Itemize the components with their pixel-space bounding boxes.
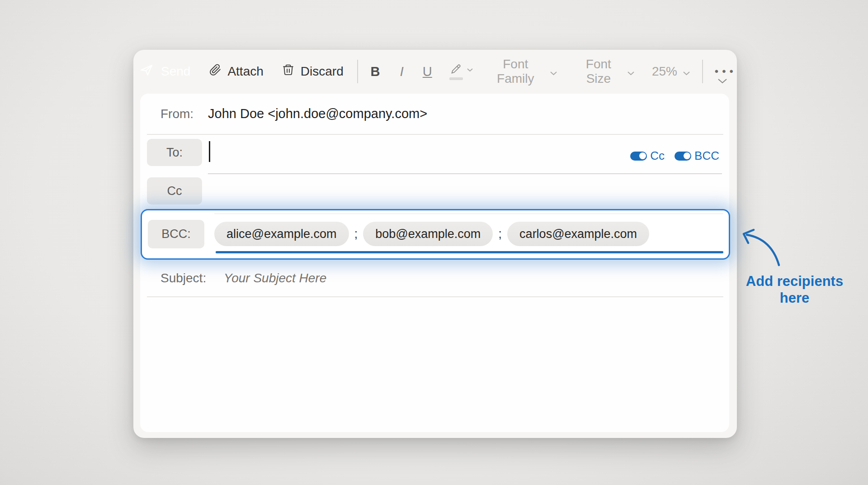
send-icon — [139, 63, 154, 81]
subject-label: Subject: — [160, 271, 224, 285]
bcc-toggle-label: BCC — [694, 149, 719, 163]
cc-toggle-label: Cc — [650, 149, 665, 163]
more-options-button[interactable]: ••• — [715, 65, 737, 78]
message-body-input[interactable] — [140, 297, 729, 432]
font-size-label: Font Size — [576, 57, 622, 86]
to-row: To: Cc BCC — [140, 134, 729, 174]
bcc-toggle[interactable] — [675, 152, 691, 161]
to-input[interactable] — [215, 143, 539, 164]
bcc-field-underline — [216, 251, 723, 253]
send-label: Send — [161, 64, 190, 79]
paperclip-icon — [208, 63, 222, 80]
recipient-chip[interactable]: bob@example.com — [363, 222, 493, 246]
bcc-recipients: alice@example.com ; bob@example.com ; ca… — [214, 222, 649, 246]
highlighter-icon — [449, 63, 463, 76]
attach-label: Attach — [227, 64, 263, 79]
zoom-dropdown[interactable]: 25% — [652, 64, 690, 79]
cc-button[interactable]: Cc — [147, 177, 202, 204]
annotation-line-2: here — [744, 290, 845, 306]
bcc-field-highlighted[interactable]: BCC: alice@example.com ; bob@example.com… — [141, 209, 730, 260]
compose-window: Send Attach Discard B I U — [133, 50, 737, 438]
compose-toolbar: Send Attach Discard B I U — [133, 50, 737, 93]
recipient-chip[interactable]: alice@example.com — [214, 222, 349, 246]
font-family-dropdown[interactable]: Font Family — [487, 57, 557, 86]
chevron-down-icon — [683, 64, 690, 79]
discard-label: Discard — [301, 64, 344, 79]
annotation-line-1: Add recipients — [744, 273, 845, 290]
send-button[interactable]: Send — [139, 59, 190, 84]
highlighter-button[interactable] — [449, 63, 473, 80]
chip-separator: ; — [498, 227, 502, 241]
cc-row: Cc — [140, 174, 729, 209]
from-row: From: John Doe <john.doe@company.com> — [140, 94, 729, 134]
zoom-value: 25% — [652, 64, 677, 79]
italic-button[interactable]: I — [400, 64, 403, 79]
chip-separator: ; — [354, 227, 358, 241]
to-button[interactable]: To: — [147, 139, 202, 166]
bold-button[interactable]: B — [371, 64, 380, 79]
row-divider — [214, 214, 723, 214]
toolbar-divider — [702, 60, 703, 83]
bcc-button[interactable]: BCC: — [148, 220, 204, 248]
subject-input[interactable]: Your Subject Here — [224, 271, 326, 285]
annotation-text: Add recipients here — [744, 273, 845, 306]
collapse-ribbon-chevron-icon[interactable] — [717, 78, 728, 85]
chevron-down-icon — [550, 64, 557, 79]
chevron-down-icon — [467, 67, 473, 73]
compose-form-panel: From: John Doe <john.doe@company.com> To… — [140, 94, 729, 432]
cc-toggle[interactable] — [630, 152, 647, 161]
from-address: John Doe <john.doe@company.com> — [208, 106, 427, 121]
subject-row: Subject: Your Subject Here — [140, 260, 729, 296]
discard-button[interactable]: Discard — [282, 63, 344, 80]
text-cursor — [209, 141, 210, 162]
toolbar-divider — [357, 60, 358, 83]
from-label: From: — [160, 107, 208, 121]
font-size-dropdown[interactable]: Font Size — [576, 57, 635, 86]
recipient-toggles: Cc BCC — [630, 149, 719, 163]
recipient-chip[interactable]: carlos@example.com — [507, 222, 649, 246]
desktop-background: Send Attach Discard B I U — [0, 0, 868, 485]
highlight-color-bar — [449, 77, 463, 80]
underline-button[interactable]: U — [423, 64, 432, 79]
trash-icon — [282, 63, 295, 80]
attach-button[interactable]: Attach — [208, 63, 263, 80]
chevron-down-icon — [627, 64, 635, 79]
font-family-label: Font Family — [487, 57, 544, 86]
